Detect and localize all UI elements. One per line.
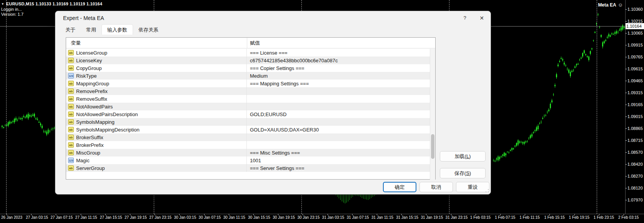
- param-value-RiskType[interactable]: Medium: [247, 72, 430, 80]
- param-value-MiscGroup[interactable]: === Misc Settings ===: [247, 149, 430, 156]
- param-row-SymbolsMappingDescription[interactable]: abSymbolsMappingDescriptionGOLD=XAUUSD;D…: [66, 126, 430, 133]
- param-name: SymbolsMappingDescription: [76, 127, 140, 133]
- param-value-SymbolsMappingDescription[interactable]: GOLD=XAUUSD;DAX=GER30: [247, 126, 430, 133]
- dialog-title: Expert - Meta EA: [63, 11, 104, 24]
- time-label: 30 Jan 19:15: [273, 215, 295, 220]
- time-label: 1 Feb 03:15: [470, 215, 491, 220]
- param-name: BrokerSuffix: [76, 135, 103, 140]
- cancel-button[interactable]: 取消: [419, 182, 453, 192]
- smiley-icon: ☺: [618, 2, 623, 8]
- tab-about[interactable]: 关于: [60, 25, 81, 35]
- price-tick: [625, 57, 627, 57]
- param-name: CopyGroup: [76, 65, 102, 71]
- param-row-NotAllowedPairsDescription[interactable]: abNotAllowedPairsDescriptionGOLD;EURUSD: [66, 110, 430, 118]
- param-value-RemovePrefix[interactable]: [247, 87, 430, 95]
- param-value-NotAllowedPairs[interactable]: [247, 103, 430, 110]
- price-tick: [625, 105, 627, 105]
- time-label: 30 Jan 23:15: [297, 215, 320, 220]
- param-name-cell: abRemovePrefix: [66, 87, 247, 95]
- price-label: 1.08270: [627, 174, 643, 178]
- param-value-BrokerSuffix[interactable]: [247, 133, 430, 141]
- param-value-ServerGroup[interactable]: === Server Settings ===: [247, 164, 430, 172]
- price-label: 1.09615: [627, 67, 643, 71]
- param-name-cell: abMiscGroup: [66, 149, 247, 156]
- tab-dependencies[interactable]: 依存关系: [133, 25, 164, 35]
- price-label: 1.08420: [627, 162, 643, 166]
- param-value-RemoveSuffix[interactable]: [247, 95, 430, 103]
- param-name: MappingGroup: [76, 81, 109, 87]
- vertical-scrollbar[interactable]: [430, 49, 435, 180]
- param-name: RiskType: [76, 73, 97, 79]
- string-param-icon: ab: [68, 88, 74, 94]
- param-value-Magic[interactable]: 1001: [247, 156, 430, 164]
- price-tick: [625, 69, 627, 69]
- close-icon[interactable]: ✕: [478, 15, 485, 22]
- param-name-cell: abNotAllowedPairsDescription: [66, 110, 247, 118]
- price-label: 1.09015: [627, 114, 643, 119]
- price-label: 1.10065: [627, 31, 643, 35]
- time-label: 30 Jan 07:15: [199, 215, 221, 220]
- price-label: 1.10360: [627, 7, 643, 12]
- ea-status-text: Loggin in...: [1, 7, 22, 12]
- load-button[interactable]: 加载(L): [440, 151, 486, 161]
- param-value-CopyGroup[interactable]: === Copier Settings ===: [247, 64, 430, 72]
- param-row-ServerGroup[interactable]: abServerGroup=== Server Settings ===: [66, 164, 430, 172]
- param-row-BrokerSuffix[interactable]: abBrokerSuffix: [66, 133, 430, 141]
- param-row-LicenseGroup[interactable]: abLicenseGroup=== License ===: [66, 49, 430, 57]
- tab-inputs[interactable]: 输入参数: [102, 24, 133, 35]
- time-label: 30 Jan 15:15: [248, 215, 270, 220]
- param-name: NotAllowedPairsDescription: [76, 112, 138, 117]
- param-row-RemoveSuffix[interactable]: abRemoveSuffix: [66, 95, 430, 103]
- scrollbar-thumb[interactable]: [431, 134, 434, 159]
- param-value-MappingGroup[interactable]: === Mapping Settings ===: [247, 80, 430, 87]
- price-tick: [625, 116, 627, 117]
- param-row-MiscGroup[interactable]: abMiscGroup=== Misc Settings ===: [66, 149, 430, 156]
- string-param-icon: ab: [68, 112, 74, 117]
- price-tick: [625, 188, 627, 188]
- ok-button[interactable]: 确定: [383, 182, 416, 192]
- column-header-variable: 变量: [71, 38, 81, 48]
- param-value-SymbolsMapping[interactable]: [247, 118, 430, 126]
- help-icon[interactable]: ?: [461, 15, 468, 22]
- param-name: MiscGroup: [76, 150, 100, 156]
- param-row-NotAllowedPairs[interactable]: abNotAllowedPairs: [66, 103, 430, 110]
- param-row-SymbolsMapping[interactable]: abSymbolsMapping: [66, 118, 430, 126]
- param-name-cell: abLicenseKey: [66, 57, 247, 64]
- param-row-Magic[interactable]: 123Magic1001: [66, 156, 430, 164]
- param-name: LicenseKey: [76, 58, 102, 63]
- param-row-MappingGroup[interactable]: abMappingGroup=== Mapping Settings ===: [66, 80, 430, 87]
- save-button[interactable]: 保存(S): [440, 168, 486, 178]
- time-label: 31 Jan 03:15: [322, 215, 344, 220]
- string-param-icon: ab: [68, 65, 74, 71]
- time-label: 1 Feb 07:15: [495, 215, 515, 220]
- param-name: ServerGroup: [76, 165, 105, 171]
- terminal-window: ▼ EURUSD,M15 1.10133 1.10169 1.10119 1.1…: [0, 0, 644, 223]
- resize-grip[interactable]: [486, 189, 489, 192]
- price-tick: [625, 176, 627, 176]
- param-value-LicenseKey[interactable]: c6757442185e438bbc000bc6e70a087c: [247, 57, 430, 64]
- time-label: 31 Jan 11:15: [371, 215, 393, 220]
- numeric-param-icon: 123: [68, 73, 74, 78]
- param-value-NotAllowedPairsDescription[interactable]: GOLD;EURUSD: [247, 110, 430, 118]
- param-name: Magic: [76, 158, 90, 163]
- numeric-param-icon: 123: [68, 158, 74, 163]
- param-name-cell: 123RiskType: [66, 72, 247, 80]
- param-row-BrokerPrefix[interactable]: abBrokerPrefix: [66, 141, 430, 149]
- param-row-RemovePrefix[interactable]: abRemovePrefix: [66, 87, 430, 95]
- time-label: 1 Feb 11:15: [519, 215, 540, 220]
- param-name-cell: abNotAllowedPairs: [66, 103, 247, 110]
- param-name-cell: abSymbolsMapping: [66, 118, 247, 126]
- param-row-RiskType[interactable]: 123RiskTypeMedium: [66, 72, 430, 80]
- string-param-icon: ab: [68, 50, 74, 55]
- tab-common[interactable]: 常用: [81, 25, 102, 35]
- price-tick: [625, 152, 627, 153]
- time-label: 26 Jan 2023: [1, 215, 22, 220]
- param-row-CopyGroup[interactable]: abCopyGroup=== Copier Settings ===: [66, 64, 430, 72]
- symbol-dropdown-icon[interactable]: ▼: [1, 2, 4, 6]
- reset-button[interactable]: 重设: [456, 182, 489, 192]
- param-value-LicenseGroup[interactable]: === License ===: [247, 49, 430, 57]
- ea-badge[interactable]: Meta EA☺: [598, 2, 623, 8]
- param-value-BrokerPrefix[interactable]: [247, 141, 430, 149]
- price-tick: [625, 81, 627, 81]
- param-row-LicenseKey[interactable]: abLicenseKeyc6757442185e438bbc000bc6e70a…: [66, 57, 430, 64]
